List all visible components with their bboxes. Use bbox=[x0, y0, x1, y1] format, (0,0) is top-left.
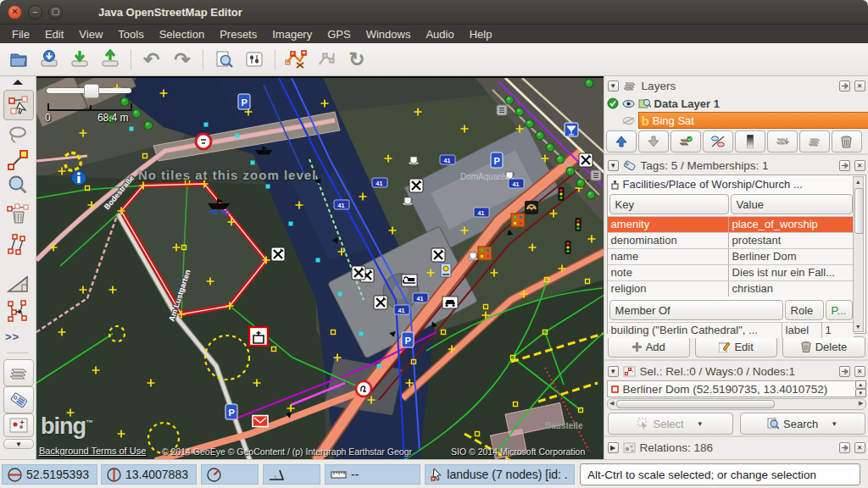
scrollbar-thumb[interactable] bbox=[854, 188, 864, 234]
tool-improve-accuracy[interactable] bbox=[3, 298, 32, 324]
tag-value[interactable]: Berliner Dom bbox=[729, 249, 854, 264]
search-button[interactable]: Search ▼ bbox=[740, 413, 865, 435]
save-button[interactable] bbox=[34, 46, 64, 73]
toolbar-scroll-up[interactable] bbox=[3, 77, 32, 87]
tag-row-note[interactable]: note Dies ist nur ein Fall... bbox=[608, 264, 854, 280]
tag-value[interactable]: christian bbox=[729, 281, 854, 297]
zoom-slider[interactable] bbox=[47, 88, 131, 93]
tag-key[interactable]: amenity bbox=[608, 217, 729, 232]
layers-collapse-button[interactable]: ▼ bbox=[608, 80, 619, 92]
menu-edit[interactable]: Edit bbox=[38, 26, 70, 42]
menu-imagery[interactable]: Imagery bbox=[265, 26, 319, 42]
layer-move-up-button[interactable] bbox=[606, 130, 637, 152]
menu-tools[interactable]: Tools bbox=[111, 26, 150, 42]
window-minimize-button[interactable]: – bbox=[28, 5, 42, 19]
spinner-up-button[interactable]: ▲ bbox=[855, 380, 866, 389]
layer-delete-button[interactable] bbox=[832, 130, 862, 152]
hscrollbar-thumb[interactable] bbox=[616, 400, 775, 408]
menu-audio[interactable]: Audio bbox=[419, 26, 460, 42]
membership-position[interactable]: 1 bbox=[822, 323, 854, 338]
tag-row-denomination[interactable]: denomination protestant bbox=[608, 232, 854, 248]
membership-role[interactable]: label bbox=[782, 323, 822, 338]
tag-key[interactable]: note bbox=[608, 265, 729, 280]
tool-extrude[interactable] bbox=[3, 271, 32, 297]
scroll-down-arrow[interactable]: ▼ bbox=[854, 322, 863, 331]
tag-row-amenity[interactable]: amenity place_of_worship bbox=[608, 216, 854, 232]
tool-lasso[interactable] bbox=[3, 122, 32, 147]
role-column-header[interactable]: Role bbox=[785, 300, 824, 320]
layers-sticky-button[interactable] bbox=[839, 80, 850, 92]
upload-button[interactable] bbox=[95, 46, 125, 73]
membership-relation[interactable]: building ("Berlin Cathedral", ... bbox=[608, 323, 782, 338]
tag-key[interactable]: denomination bbox=[608, 233, 729, 248]
delete-tag-button[interactable]: Delete bbox=[782, 336, 865, 358]
tags-sticky-button[interactable] bbox=[839, 160, 850, 171]
layers-close-button[interactable]: ✕ bbox=[854, 80, 865, 92]
selection-spinner[interactable]: ▲ ▼ bbox=[855, 380, 866, 397]
tag-row-name[interactable]: name Berliner Dom bbox=[608, 248, 854, 264]
relations-expand-button[interactable]: ▶ bbox=[608, 442, 619, 453]
window-close-button[interactable]: ✕ bbox=[8, 5, 22, 19]
tool-zoom[interactable] bbox=[3, 173, 32, 198]
edit-tag-button[interactable]: Edit bbox=[695, 336, 777, 358]
tag-key[interactable]: religion bbox=[608, 281, 729, 297]
visibility-eye-off-icon[interactable] bbox=[622, 116, 635, 125]
layer-duplicate-button[interactable] bbox=[799, 130, 830, 152]
scroll-left-arrow[interactable]: ◀ bbox=[608, 399, 616, 408]
scroll-right-arrow[interactable]: ▶ bbox=[857, 399, 865, 408]
member-of-column-header[interactable]: Member Of bbox=[609, 300, 783, 320]
layer-row-data-layer[interactable]: Data Layer 1 bbox=[604, 95, 868, 112]
tag-value[interactable]: protestant bbox=[729, 233, 854, 248]
layer-opacity-button[interactable] bbox=[703, 130, 733, 152]
menu-help[interactable]: Help bbox=[463, 26, 499, 42]
zoom-slider-thumb[interactable] bbox=[84, 84, 99, 98]
position-column-header[interactable]: P... bbox=[826, 300, 853, 320]
menu-file[interactable]: File bbox=[5, 26, 36, 42]
key-column-header[interactable]: Key bbox=[609, 194, 729, 214]
tags-close-button[interactable]: ✕ bbox=[854, 160, 865, 171]
toggle-tags-dialog-button[interactable] bbox=[3, 386, 34, 413]
window-maximize-button[interactable]: ▢ bbox=[48, 5, 63, 19]
scroll-up-arrow[interactable]: ▲ bbox=[854, 177, 863, 186]
tool-draw-node[interactable] bbox=[3, 147, 32, 173]
membership-row[interactable]: building ("Berlin Cathedral", ... label … bbox=[608, 322, 854, 338]
menu-view[interactable]: View bbox=[72, 26, 109, 42]
open-button[interactable] bbox=[3, 46, 34, 73]
map-view[interactable]: P bbox=[36, 76, 604, 461]
tag-row-religion[interactable]: religion christian bbox=[608, 280, 854, 297]
redo-button[interactable]: ↷ bbox=[167, 46, 198, 73]
undo-button[interactable]: ↶ bbox=[136, 46, 167, 73]
layer-move-down-button[interactable] bbox=[638, 130, 669, 152]
spinner-down-button[interactable]: ▼ bbox=[855, 389, 866, 397]
selection-list-item[interactable]: Berliner Dom (52.5190735, 13.4010752) bbox=[607, 380, 866, 397]
tag-value[interactable]: Dies ist nur ein Fall... bbox=[729, 265, 854, 280]
tags-scrollbar[interactable]: ▲ ▼ bbox=[853, 176, 864, 332]
tool-delete[interactable] bbox=[3, 202, 32, 227]
preferences-button[interactable] bbox=[239, 46, 270, 73]
menu-windows[interactable]: Windows bbox=[359, 26, 418, 42]
toggle-layers-dialog-button[interactable] bbox=[3, 359, 34, 386]
select-menu-button[interactable]: Select ▼ bbox=[608, 413, 733, 435]
layer-row-bing[interactable]: b Bing Sat bbox=[604, 112, 868, 129]
selection-sticky-button[interactable] bbox=[839, 366, 850, 377]
relations-close-button[interactable]: ✕ bbox=[854, 442, 865, 453]
selection-hscrollbar[interactable]: ◀ ▶ bbox=[607, 398, 866, 410]
way-edit-tool-button[interactable] bbox=[281, 46, 311, 73]
refresh-button[interactable]: ↻ bbox=[342, 46, 372, 73]
tag-key[interactable]: name bbox=[608, 249, 729, 264]
value-column-header[interactable]: Value bbox=[731, 194, 853, 214]
menu-selection[interactable]: Selection bbox=[153, 26, 211, 42]
layer-gamma-button[interactable] bbox=[735, 130, 765, 152]
selected-node-church-icon[interactable] bbox=[249, 327, 268, 346]
menu-presets[interactable]: Presets bbox=[213, 26, 264, 42]
search-presets-button[interactable] bbox=[209, 46, 239, 73]
menu-gps[interactable]: GPS bbox=[320, 26, 357, 42]
layer-activate-button[interactable] bbox=[670, 130, 701, 152]
visibility-eye-icon[interactable] bbox=[622, 99, 635, 108]
unglue-tool-button[interactable] bbox=[311, 46, 342, 73]
toolbar-scroll-down[interactable]: ▼ bbox=[3, 439, 34, 449]
preset-link[interactable]: Facilities/Place of Worship/Church ... bbox=[608, 175, 865, 192]
download-button[interactable] bbox=[64, 46, 95, 73]
selection-close-button[interactable]: ✕ bbox=[854, 366, 865, 377]
relations-sticky-button[interactable] bbox=[839, 442, 850, 453]
